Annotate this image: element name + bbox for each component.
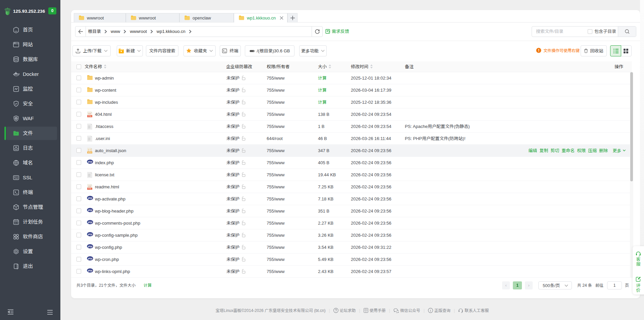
svg-text:<>: <> xyxy=(89,185,91,188)
svg-text:HTML: HTML xyxy=(88,188,92,190)
svg-text:php: php xyxy=(88,245,93,248)
svg-text:HTML: HTML xyxy=(88,116,92,117)
svg-text:php: php xyxy=(88,221,93,224)
svg-text:JSON: JSON xyxy=(88,152,92,153)
svg-text:php: php xyxy=(88,161,93,163)
svg-text:php: php xyxy=(88,197,93,199)
svg-text:php: php xyxy=(88,233,93,236)
svg-text:php: php xyxy=(88,209,93,212)
svg-text:<>: <> xyxy=(89,113,91,115)
svg-text:{:}: {:} xyxy=(88,149,92,151)
svg-text:php: php xyxy=(88,269,93,272)
svg-text:php: php xyxy=(88,257,93,260)
